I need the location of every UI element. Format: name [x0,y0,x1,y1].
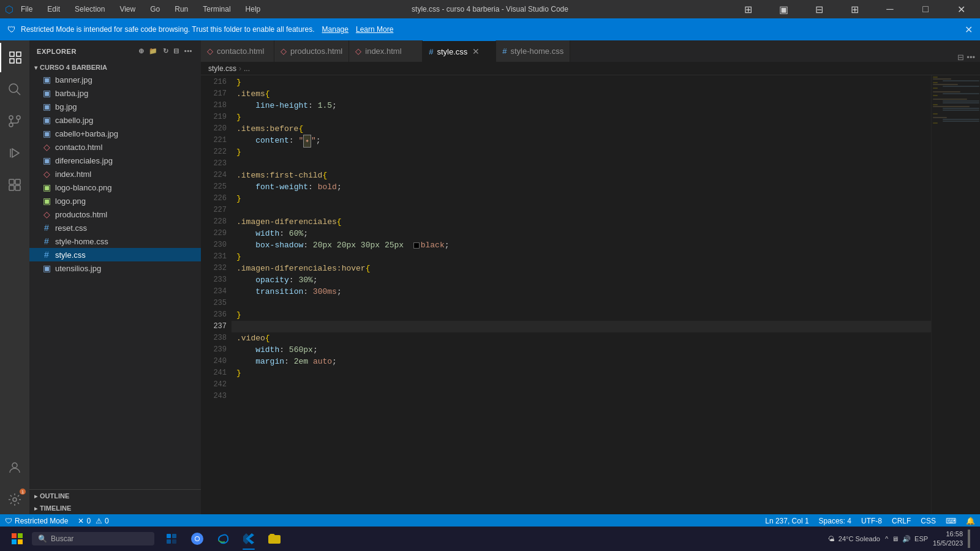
file-name: style-home.css [55,237,108,246]
file-logo-png[interactable]: ▣ logo.png [29,194,201,208]
file-index-html[interactable]: ◇ index.html [29,167,201,181]
line-ending[interactable]: CRLF [887,514,916,528]
file-logo-blanco-png[interactable]: ▣ logo-blanco.png [29,181,201,194]
timeline-panel-header[interactable]: ▸ TIMELINE [29,502,201,514]
manage-link[interactable]: Manage [322,25,349,34]
breadcrumb-section[interactable]: ... [244,64,250,73]
folder-curso4barberia[interactable]: ▾ CURSO 4 BARBERIA [29,62,201,73]
tab-productos-html[interactable]: ◇ productos.html [274,40,349,62]
taskbar-app-files[interactable] [262,527,287,551]
restricted-mode-status[interactable]: 🛡 Restricted Mode [0,514,73,528]
refresh-icon[interactable]: ↻ [162,46,170,56]
outline-panel-header[interactable]: ▸ OUTLINE [29,490,201,502]
file-bg-jpg[interactable]: ▣ bg.jpg [29,100,201,113]
language-mode[interactable]: CSS [916,514,941,528]
close-button[interactable]: ✕ [947,0,975,18]
search-placeholder: Buscar [51,534,74,543]
errors-warnings-status[interactable]: ✕ 0 ⚠ 0 [73,514,113,528]
file-type-icon: ▣ [42,182,51,192]
layout-toggle-button[interactable]: ⊞ [734,0,762,18]
format-icon[interactable]: ⌨ [941,514,961,528]
taskbar-clock[interactable]: 16:58 15/5/2023 [933,530,963,549]
show-desktop-button[interactable] [968,530,970,548]
code-line-224: .items:first-child{ [232,170,931,181]
learn-more-link[interactable]: Learn More [356,25,393,34]
notifications-icon[interactable]: 🔔 [961,514,980,528]
file-utensilios-jpg[interactable]: ▣ utensilios.jpg [29,261,201,275]
file-type-icon: ▣ [42,88,51,98]
taskbar-app-vscode[interactable] [236,527,261,551]
svg-rect-19 [172,534,176,538]
file-cabello-barba-jpg[interactable]: ▣ cabello+barba.jpg [29,127,201,140]
menu-file[interactable]: File [18,4,35,15]
layout-split-button[interactable]: ▣ [769,0,797,18]
more-actions-icon[interactable]: ••• [183,46,194,56]
code-editor[interactable]: 216 217 218 219 220 221 222 223 224 225 … [201,75,980,514]
menu-view[interactable]: View [117,4,138,15]
menu-run[interactable]: Run [172,4,190,15]
file-diferenciales-jpg[interactable]: ▣ diferenciales.jpg [29,154,201,167]
cursor-position[interactable]: Ln 237, Col 1 [760,514,813,528]
network-icon[interactable]: 🖥 [892,535,899,542]
activity-run[interactable] [0,138,29,168]
volume-icon[interactable]: 🔊 [902,535,911,543]
explorer-header: Explorer ⊕ 📁 ↻ ⊟ ••• [29,40,201,62]
chevron-up-icon[interactable]: ^ [885,535,888,542]
explorer-actions: ⊕ 📁 ↻ ⊟ ••• [137,46,194,56]
maximize-button[interactable]: □ [911,0,940,18]
activity-account[interactable] [0,453,29,482]
file-barba-jpg[interactable]: ▣ barba.jpg [29,86,201,100]
file-style-home-css[interactable]: # style-home.css [29,234,201,248]
new-file-icon[interactable]: ⊕ [137,46,146,56]
breadcrumb-file[interactable]: style.css [208,64,236,73]
activity-extensions[interactable] [0,170,29,200]
taskbar-app-edge[interactable] [211,527,235,551]
file-style-css[interactable]: # style.css [29,248,201,261]
menu-selection[interactable]: Selection [72,4,107,15]
svg-point-0 [9,84,18,92]
file-contacto-html[interactable]: ◇ contacto.html [29,140,201,154]
menu-go[interactable]: Go [148,4,162,15]
menu-help[interactable]: Help [243,4,263,15]
sidebar-panels: ▸ OUTLINE ▸ TIMELINE [29,489,201,514]
menu-bar[interactable]: File Edit Selection View Go Run Terminal… [18,4,263,15]
search-icon: 🔍 [38,534,47,543]
code-content[interactable]: } .items{ line-height: 1.5; } .items:bef… [232,75,931,514]
tab-style-css[interactable]: # style.css ✕ [423,40,496,62]
activity-search[interactable] [0,75,29,104]
collapse-icon[interactable]: ⊟ [172,46,181,56]
breadcrumb: style.css › ... [201,62,980,75]
tab-index-html[interactable]: ◇ index.html [349,40,423,62]
code-line-230: box-shadow: 20px 20px 30px 25px black; [232,239,931,251]
activity-source-control[interactable] [0,107,29,136]
new-folder-icon[interactable]: 📁 [148,46,159,56]
code-line-243 [232,391,931,402]
taskbar-app-chrome[interactable] [185,527,209,551]
more-tabs-button[interactable]: ••• [967,53,975,62]
menu-terminal[interactable]: Terminal [200,4,233,15]
tab-style-home-css[interactable]: # style-home.css [496,40,570,62]
activity-settings[interactable]: 1 [0,485,29,514]
indentation[interactable]: Spaces: 4 [814,514,856,528]
encoding[interactable]: UTF-8 [856,514,887,528]
layout-editor-button[interactable]: ⊟ [805,0,833,18]
file-productos-html[interactable]: ◇ productos.html [29,208,201,221]
taskbar-search[interactable]: 🔍 Buscar [32,532,154,545]
tab-icon: # [502,47,507,56]
start-button[interactable] [5,527,29,551]
language-label[interactable]: ESP [914,535,928,542]
taskbar-explorer[interactable] [159,527,184,551]
tab-contacto-html[interactable]: ◇ contacto.html [201,40,274,62]
menu-edit[interactable]: Edit [45,4,62,15]
layout-grid-button[interactable]: ⊞ [840,0,869,18]
split-editor-button[interactable]: ⊟ [957,53,964,62]
svg-rect-8 [9,179,14,184]
code-line-219: } [232,111,931,123]
activity-explorer[interactable] [0,43,29,72]
tab-close-button[interactable]: ✕ [471,45,481,58]
notification-close-button[interactable]: ✕ [965,24,973,36]
file-banner-jpg[interactable]: ▣ banner.jpg [29,73,201,86]
file-reset-css[interactable]: # reset.css [29,221,201,234]
minimize-button[interactable]: ─ [876,0,904,18]
file-cabello-jpg[interactable]: ▣ cabello.jpg [29,113,201,127]
